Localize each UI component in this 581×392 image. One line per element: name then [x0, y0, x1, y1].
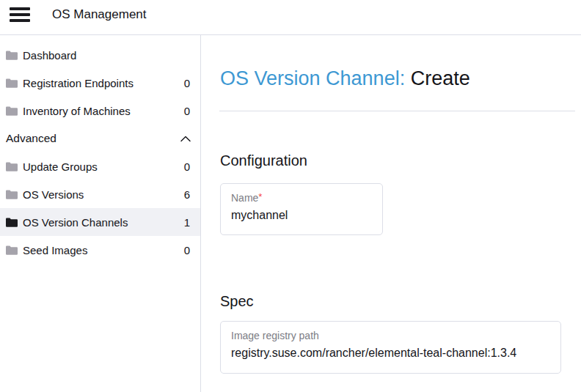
page-title-resource: OS Version Channel:: [220, 67, 405, 89]
sidebar-item-label: Update Groups: [23, 160, 98, 173]
page-title-action: Create: [411, 67, 470, 89]
sidebar-item-label: Seed Images: [23, 244, 87, 256]
main-content: OS Version Channel: Create Configuration…: [201, 35, 581, 392]
sidebar-item-os-versions[interactable]: OS Versions 6: [0, 180, 200, 208]
folder-icon: [6, 245, 18, 255]
name-input[interactable]: [231, 208, 372, 223]
folder-icon: [6, 217, 18, 227]
hamburger-icon[interactable]: [10, 7, 30, 22]
folder-icon: [6, 50, 18, 60]
item-count-badge: 0: [184, 77, 190, 89]
page-title: OS Version Channel: Create: [220, 66, 470, 91]
sidebar-item-inventory-of-machines[interactable]: Inventory of Machines 0: [0, 97, 200, 125]
image-registry-path-input[interactable]: [231, 346, 550, 360]
sidebar-item-label: Inventory of Machines: [23, 105, 131, 117]
sidebar-item-label: Registration Endpoints: [23, 77, 134, 89]
item-count-badge: 6: [184, 188, 190, 201]
sidebar-nav: Dashboard Registration Endpoints 0 Inven…: [0, 35, 201, 392]
name-field: Name*: [220, 183, 383, 235]
item-count-badge: 0: [184, 160, 190, 173]
folder-icon: [6, 189, 18, 199]
title-divider: [219, 111, 575, 111]
sidebar-group-label: Advanced: [6, 132, 56, 145]
app-title: OS Management: [52, 7, 147, 22]
sidebar-item-registration-endpoints[interactable]: Registration Endpoints 0: [0, 69, 200, 97]
sidebar-group-advanced[interactable]: Advanced: [0, 125, 200, 152]
section-heading-configuration: Configuration: [220, 151, 307, 170]
sidebar-item-label: OS Version Channels: [23, 216, 128, 229]
item-count-badge: 0: [184, 244, 190, 256]
sidebar-item-label: OS Versions: [23, 188, 84, 201]
folder-icon: [6, 78, 18, 88]
name-field-label: Name*: [231, 192, 372, 204]
image-registry-path-label: Image registry path: [231, 330, 550, 342]
sidebar-item-dashboard[interactable]: Dashboard: [0, 41, 200, 69]
folder-icon: [6, 106, 18, 116]
app-header: OS Management: [0, 0, 581, 35]
sidebar-item-label: Dashboard: [23, 49, 76, 62]
item-count-badge: 1: [184, 216, 190, 229]
item-count-badge: 0: [184, 105, 190, 117]
image-registry-path-field: Image registry path: [220, 321, 561, 374]
section-heading-spec: Spec: [220, 292, 254, 311]
sidebar-item-update-groups[interactable]: Update Groups 0: [0, 152, 200, 180]
chevron-up-icon: [180, 136, 191, 142]
sidebar-item-os-version-channels[interactable]: OS Version Channels 1: [0, 208, 200, 236]
folder-icon: [6, 161, 18, 171]
required-asterisk: *: [258, 191, 262, 202]
sidebar-item-seed-images[interactable]: Seed Images 0: [0, 236, 200, 264]
